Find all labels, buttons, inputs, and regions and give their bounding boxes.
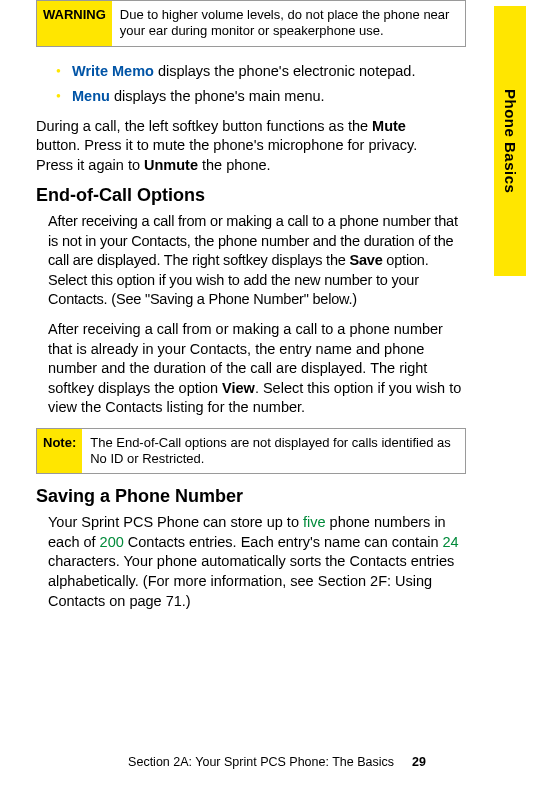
- eoc-paragraph-2: After receiving a call from or making a …: [48, 320, 462, 418]
- heading-end-of-call: End-of-Call Options: [36, 185, 466, 206]
- value-200: 200: [100, 534, 124, 550]
- footer-page-number: 29: [412, 755, 426, 769]
- mute-paragraph: During a call, the left softkey button f…: [36, 117, 450, 176]
- bullet-lead: Write Memo: [72, 63, 154, 79]
- section-tab-label: Phone Basics: [502, 89, 519, 193]
- note-label: Note:: [37, 429, 82, 474]
- value-five: five: [303, 514, 326, 530]
- bullet-text: displays the phone's electronic notepad.: [154, 63, 416, 79]
- page-footer: Section 2A: Your Sprint PCS Phone: The B…: [0, 755, 554, 769]
- note-box: Note: The End-of-Call options are not di…: [36, 428, 466, 475]
- view-option-bold: View: [222, 380, 255, 396]
- footer-section-text: Section 2A: Your Sprint PCS Phone: The B…: [128, 755, 394, 769]
- eoc-paragraph-1: After receiving a call from or making a …: [48, 212, 462, 310]
- warning-box: WARNING Due to higher volume levels, do …: [36, 0, 466, 47]
- option-bullets: Write Memo displays the phone's electron…: [58, 61, 466, 107]
- section-tab: Phone Basics: [494, 6, 526, 276]
- bullet-lead: Menu: [72, 88, 110, 104]
- heading-saving-number: Saving a Phone Number: [36, 486, 466, 507]
- unmute-bold: Unmute: [144, 157, 198, 173]
- bullet-text: displays the phone's main menu.: [110, 88, 325, 104]
- note-text: The End-of-Call options are not displaye…: [82, 429, 465, 474]
- list-item: Menu displays the phone's main menu.: [58, 86, 466, 107]
- value-24: 24: [443, 534, 459, 550]
- page: Phone Basics WARNING Due to higher volum…: [0, 0, 554, 791]
- list-item: Write Memo displays the phone's electron…: [58, 61, 466, 82]
- warning-text: Due to higher volume levels, do not plac…: [112, 1, 465, 46]
- mute-bold: Mute: [372, 118, 406, 134]
- content-column: WARNING Due to higher volume levels, do …: [36, 0, 466, 611]
- saving-paragraph: Your Sprint PCS Phone can store up to fi…: [48, 513, 462, 611]
- warning-label: WARNING: [37, 1, 112, 46]
- save-option-bold: Save: [349, 252, 382, 268]
